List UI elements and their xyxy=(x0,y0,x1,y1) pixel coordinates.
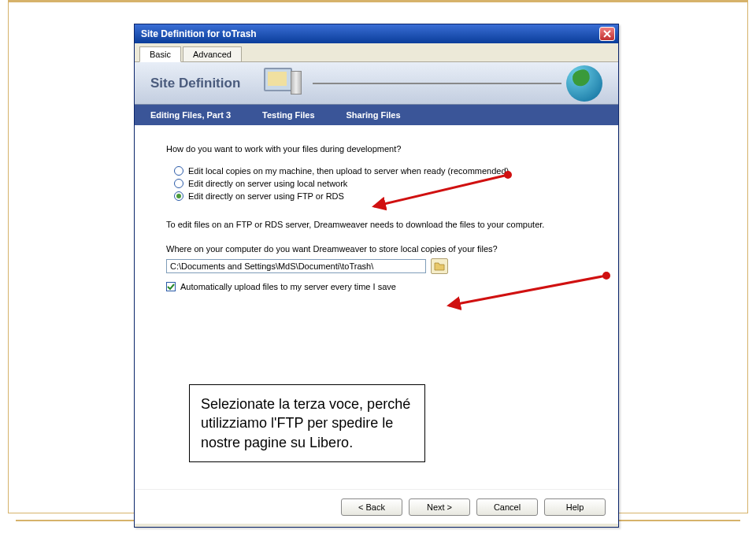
radio-icon xyxy=(174,191,183,201)
radio-label: Edit directly on server using local netw… xyxy=(188,179,347,188)
radio-option-network[interactable]: Edit directly on server using local netw… xyxy=(174,177,587,190)
radio-option-local[interactable]: Edit local copies on my machine, then up… xyxy=(174,165,587,177)
next-button[interactable]: Next > xyxy=(409,498,470,516)
checkmark-icon xyxy=(167,283,175,291)
auto-upload-checkbox[interactable] xyxy=(166,282,176,291)
instruction-callout: Selezionate la terza voce, perché utiliz… xyxy=(189,384,425,462)
question-dev-workflow: How do you want to work with your files … xyxy=(166,144,587,154)
cable-line xyxy=(313,83,561,84)
button-bar: < Back Next > Cancel Help xyxy=(135,489,618,524)
wizard-nav: Editing Files, Part 3 Testing Files Shar… xyxy=(135,105,618,125)
radio-group-workflow: Edit local copies on my machine, then up… xyxy=(174,165,587,202)
auto-upload-row[interactable]: Automatically upload files to my server … xyxy=(166,282,587,291)
nav-testing-files[interactable]: Testing Files xyxy=(262,110,314,120)
radio-icon xyxy=(174,166,183,176)
globe-icon xyxy=(566,65,602,102)
radio-label: Edit directly on server using FTP or RDS xyxy=(188,191,344,201)
wizard-header: Site Definition xyxy=(135,62,618,105)
path-row xyxy=(166,258,587,274)
header-graphic xyxy=(264,65,618,102)
nav-sharing-files[interactable]: Sharing Files xyxy=(346,110,401,120)
back-button[interactable]: < Back xyxy=(341,498,402,516)
titlebar: Site Definition for toTrash xyxy=(135,24,618,43)
auto-upload-label: Automatically upload files to my server … xyxy=(180,282,396,291)
folder-icon xyxy=(434,261,445,271)
radio-icon xyxy=(174,179,183,188)
explanation-note: To edit files on an FTP or RDS server, D… xyxy=(166,218,587,232)
local-path-input[interactable] xyxy=(166,259,426,273)
radio-label: Edit local copies on my machine, then up… xyxy=(188,166,509,176)
nav-editing-files[interactable]: Editing Files, Part 3 xyxy=(150,110,231,120)
radio-option-ftp[interactable]: Edit directly on server using FTP or RDS xyxy=(174,190,587,202)
tab-basic[interactable]: Basic xyxy=(139,46,181,62)
computer-icon xyxy=(264,68,308,99)
help-button[interactable]: Help xyxy=(544,498,606,516)
titlebar-text: Site Definition for toTrash xyxy=(141,28,599,39)
browse-folder-button[interactable] xyxy=(431,258,448,274)
wizard-title: Site Definition xyxy=(150,76,240,91)
cancel-button[interactable]: Cancel xyxy=(476,498,538,516)
close-button[interactable] xyxy=(599,27,615,41)
tab-advanced[interactable]: Advanced xyxy=(183,46,242,61)
question-store-path: Where on your computer do you want Dream… xyxy=(166,244,587,254)
tab-strip: Basic Advanced xyxy=(135,43,618,62)
